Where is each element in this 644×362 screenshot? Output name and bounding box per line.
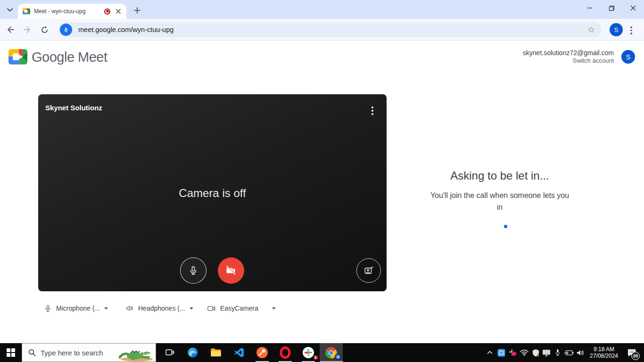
mic-icon bbox=[188, 265, 198, 276]
google-meet-logo-icon bbox=[8, 49, 27, 65]
taskbar-vscode-button[interactable] bbox=[227, 343, 250, 362]
camera-device-icon bbox=[207, 304, 216, 313]
taskbar-clock[interactable]: 9:18 AM 27/08/2024 bbox=[587, 343, 620, 362]
action-center-button[interactable]: 20 bbox=[622, 343, 641, 362]
account-avatar[interactable]: S bbox=[621, 50, 635, 64]
clock-time: 9:18 AM bbox=[594, 346, 614, 353]
effects-icon bbox=[363, 265, 374, 276]
preview-more-options-icon[interactable] bbox=[370, 105, 375, 117]
microphone-label: Microphone (... bbox=[56, 304, 100, 312]
taskbar-file-explorer-button[interactable] bbox=[204, 343, 227, 362]
window-controls bbox=[579, 0, 644, 16]
status-title: Asking to be let in... bbox=[427, 169, 573, 182]
meet-page: Google Meet skynet.solutionz72@gmail.com… bbox=[0, 41, 644, 343]
tab-title: Meet - wyn-ctuu-upg bbox=[34, 8, 100, 15]
speaker-label: Headphones (... bbox=[138, 304, 185, 312]
back-button[interactable] bbox=[4, 23, 17, 36]
camera-status-text: Camera is off bbox=[38, 187, 387, 200]
camera-toggle-button[interactable] bbox=[218, 257, 244, 284]
switch-account-link[interactable]: Switch account bbox=[573, 57, 614, 64]
notification-count-badge: 20 bbox=[631, 352, 640, 360]
recording-indicator-icon bbox=[104, 8, 110, 15]
opera-icon bbox=[279, 346, 291, 359]
tab-search-chevron-icon[interactable] bbox=[4, 4, 16, 16]
browser-menu-icon[interactable] bbox=[630, 26, 632, 34]
security-shield-icon[interactable] bbox=[530, 343, 541, 362]
visual-effects-button[interactable] bbox=[356, 258, 381, 283]
preview-user-name: Skynet Solutionz bbox=[45, 104, 102, 112]
volume-icon[interactable] bbox=[575, 343, 586, 362]
video-preview-panel: Skynet Solutionz Camera is off bbox=[38, 94, 387, 291]
meet-favicon-icon bbox=[23, 8, 30, 15]
forward-button[interactable] bbox=[21, 23, 34, 36]
window-close-button[interactable] bbox=[622, 0, 644, 16]
microphone-select[interactable]: Microphone (... bbox=[44, 303, 108, 313]
browser-profile-avatar[interactable]: S bbox=[610, 23, 623, 36]
search-icon bbox=[28, 349, 36, 356]
browser-tab-meet[interactable]: Meet - wyn-ctuu-upg bbox=[18, 4, 126, 19]
file-explorer-icon bbox=[210, 346, 222, 359]
taskbar-slack-button[interactable]: 1 bbox=[297, 343, 320, 362]
camera-off-icon bbox=[225, 265, 237, 276]
tray-slack-status-icon[interactable] bbox=[507, 343, 518, 362]
page-title: Google Meet bbox=[32, 49, 107, 65]
bookmark-star-icon[interactable]: ☆ bbox=[587, 25, 595, 35]
mic-device-icon bbox=[44, 304, 52, 313]
browser-tabstrip: Meet - wyn-ctuu-upg bbox=[0, 0, 644, 19]
taskbar-opera-button[interactable] bbox=[273, 343, 297, 362]
mic-toggle-button[interactable] bbox=[180, 257, 206, 284]
task-view-icon bbox=[165, 348, 174, 357]
postman-icon bbox=[256, 346, 268, 359]
address-bar[interactable]: meet.google.com/wyn-ctuu-upg ☆ bbox=[58, 22, 602, 37]
speaker-device-icon bbox=[125, 304, 134, 313]
start-button[interactable] bbox=[0, 343, 22, 362]
tray-expand-button[interactable] bbox=[484, 343, 495, 362]
window-restore-button[interactable] bbox=[601, 0, 622, 16]
camera-select[interactable]: EasyCamera bbox=[207, 303, 276, 313]
account-email: skynet.solutionz72@gmail.com bbox=[523, 49, 614, 57]
speaker-select[interactable]: Headphones (... bbox=[125, 303, 193, 313]
taskbar-chrome-button[interactable]: S bbox=[320, 343, 343, 362]
camera-caret-down-icon bbox=[272, 307, 276, 310]
status-subtitle: You'll join the call when someone lets y… bbox=[427, 189, 573, 213]
vscode-icon bbox=[233, 347, 245, 358]
tray-microphone-icon[interactable] bbox=[552, 343, 563, 362]
camera-label: EasyCamera bbox=[220, 304, 258, 312]
taskbar-search[interactable]: Type here to search bbox=[22, 343, 156, 362]
chevron-up-icon bbox=[487, 351, 493, 354]
windows-logo-icon bbox=[7, 348, 15, 357]
chrome-profile-badge: S bbox=[335, 354, 341, 360]
clock-date: 27/08/2024 bbox=[590, 353, 618, 359]
wifi-icon[interactable] bbox=[519, 343, 530, 362]
taskbar: Type here to search bbox=[0, 343, 644, 362]
new-tab-button[interactable] bbox=[131, 4, 143, 16]
display-icon[interactable] bbox=[541, 343, 552, 362]
taskbar-edge-button[interactable] bbox=[181, 343, 204, 362]
reload-button[interactable] bbox=[38, 23, 51, 36]
tray-app-blue-icon[interactable] bbox=[495, 343, 507, 362]
slack-notification-badge: 1 bbox=[313, 354, 319, 361]
mic-caret-down-icon bbox=[104, 307, 108, 310]
search-placeholder: Type here to search bbox=[41, 349, 103, 357]
tab-close-icon[interactable] bbox=[114, 7, 123, 16]
window-minimize-button[interactable] bbox=[579, 0, 601, 16]
search-highlight-crocodile-icon bbox=[117, 344, 155, 362]
url-text: meet.google.com/wyn-ctuu-upg bbox=[78, 26, 587, 33]
speaker-caret-down-icon bbox=[190, 307, 193, 310]
power-battery-icon[interactable] bbox=[563, 343, 575, 362]
site-mic-permission-icon[interactable] bbox=[60, 24, 72, 36]
task-view-button[interactable] bbox=[158, 343, 181, 362]
edge-icon bbox=[187, 346, 199, 359]
taskbar-postman-button[interactable] bbox=[250, 343, 273, 362]
loading-dot bbox=[504, 225, 507, 228]
